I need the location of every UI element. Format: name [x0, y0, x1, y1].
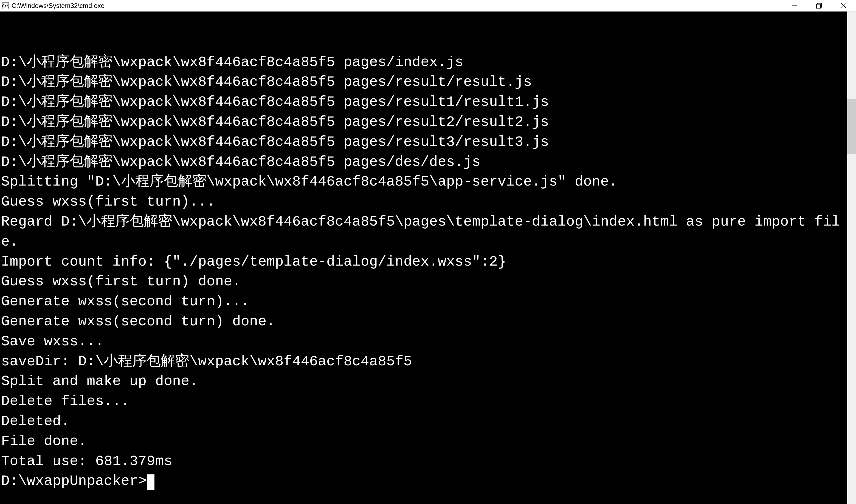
terminal-line: Generate wxss(second turn)...	[1, 292, 846, 312]
terminal-line: D:\小程序包解密\wxpack\wx8f446acf8c4a85f5 page…	[1, 152, 846, 173]
scrollbar-thumb[interactable]	[847, 99, 856, 154]
terminal-line: D:\小程序包解密\wxpack\wx8f446acf8c4a85f5 page…	[1, 92, 846, 112]
terminal-line: Delete files...	[1, 392, 846, 412]
minimize-button[interactable]	[782, 0, 807, 11]
terminal-line: File done.	[1, 432, 846, 452]
terminal-prompt: D:\wxappUnpacker>	[1, 473, 147, 489]
terminal-line: Guess wxss(first turn) done.	[1, 272, 846, 292]
terminal-line: Guess wxss(first turn)...	[1, 192, 846, 212]
terminal-area: D:\小程序包解密\wxpack\wx8f446acf8c4a85f5 page…	[0, 12, 856, 504]
window-controls	[782, 0, 856, 11]
vertical-scrollbar[interactable]	[847, 12, 856, 504]
terminal-line: saveDir: D:\小程序包解密\wxpack\wx8f446acf8c4a…	[1, 352, 846, 372]
close-button[interactable]	[831, 0, 856, 11]
terminal-cursor	[147, 474, 154, 490]
cmd-icon: C:\	[2, 2, 9, 9]
terminal-line: Generate wxss(second turn) done.	[1, 312, 846, 332]
terminal-line: Save wxss...	[1, 332, 846, 352]
terminal-output[interactable]: D:\小程序包解密\wxpack\wx8f446acf8c4a85f5 page…	[0, 12, 847, 504]
maximize-button[interactable]	[807, 0, 831, 11]
terminal-line: Splitting "D:\小程序包解密\wxpack\wx8f446acf8c…	[1, 172, 846, 192]
terminal-line: D:\小程序包解密\wxpack\wx8f446acf8c4a85f5 page…	[1, 53, 846, 73]
terminal-line: Deleted.	[1, 412, 846, 432]
window-title: C:\Windows\System32\cmd.exe	[12, 2, 782, 10]
terminal-line: Import count info: {"./pages/template-di…	[1, 252, 846, 272]
terminal-line: D:\小程序包解密\wxpack\wx8f446acf8c4a85f5 page…	[1, 72, 846, 92]
terminal-line: Regard D:\小程序包解密\wxpack\wx8f446acf8c4a85…	[1, 212, 846, 252]
terminal-line: Total use: 681.379ms	[1, 452, 846, 472]
terminal-prompt-line: D:\wxappUnpacker>	[1, 471, 846, 491]
terminal-line: D:\小程序包解密\wxpack\wx8f446acf8c4a85f5 page…	[1, 112, 846, 132]
terminal-line: D:\小程序包解密\wxpack\wx8f446acf8c4a85f5 page…	[1, 132, 846, 152]
svg-rect-1	[817, 4, 821, 8]
terminal-line: Split and make up done.	[1, 372, 846, 392]
window-titlebar: C:\ C:\Windows\System32\cmd.exe	[0, 0, 856, 12]
